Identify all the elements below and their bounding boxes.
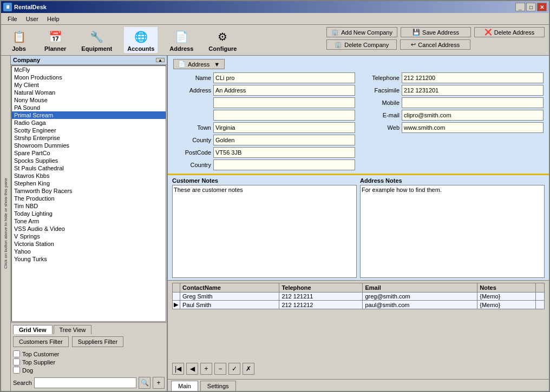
mobile-input[interactable] xyxy=(402,97,544,108)
scroll-up-arrow[interactable]: ▲ xyxy=(156,58,165,62)
list-item[interactable]: Victoria Station xyxy=(12,240,166,248)
country-input[interactable] xyxy=(213,160,355,170)
add-company-button[interactable]: 🏢 Add New Company xyxy=(326,27,397,37)
list-item[interactable]: Tamworth Boy Racers xyxy=(12,187,166,195)
menu-help[interactable]: Help xyxy=(43,15,64,23)
nav-accounts[interactable]: 🌐 Accounts xyxy=(124,27,158,53)
nav-cancel-button[interactable]: ✗ xyxy=(243,363,254,375)
address-notes-textarea[interactable] xyxy=(360,185,545,278)
nav-address[interactable]: 📄 Address xyxy=(166,27,197,53)
address-icon: 📄 xyxy=(173,28,190,45)
list-item[interactable]: V Springs xyxy=(12,232,166,240)
list-item[interactable]: Today Lighting xyxy=(12,210,166,217)
nav-delete-button[interactable]: − xyxy=(214,363,226,375)
address-dropdown-button[interactable]: 📄 Address ▼ xyxy=(173,59,225,69)
nav-planner[interactable]: 📅 Planner xyxy=(41,27,69,53)
list-item[interactable]: VSS Audio & Video xyxy=(12,225,166,232)
maximize-button[interactable]: □ xyxy=(526,3,536,11)
nav-prev-button[interactable]: ◀ xyxy=(186,363,198,375)
web-label: Web xyxy=(362,124,400,131)
facsimile-input[interactable] xyxy=(402,85,544,96)
list-item[interactable]: Strshp Enterprise xyxy=(12,134,166,142)
list-item[interactable]: Tim NBD xyxy=(12,202,166,210)
list-item[interactable]: Spocks Supplies xyxy=(12,157,166,164)
dog-label: Dog xyxy=(22,367,33,374)
list-item[interactable]: Moon Productions xyxy=(12,74,166,81)
town-input[interactable] xyxy=(213,122,355,133)
list-item[interactable]: PA Sound xyxy=(12,104,166,111)
nav-accounts-label: Accounts xyxy=(127,45,154,52)
mobile-label: Mobile xyxy=(362,99,400,106)
list-item[interactable]: Yahoo xyxy=(12,248,166,255)
list-item[interactable]: Nony Mouse xyxy=(12,96,166,104)
postcode-input[interactable] xyxy=(213,147,355,158)
list-item[interactable]: Primal Scream xyxy=(12,111,166,119)
bottom-left-panel: Grid View Tree View Customers Filter Sup… xyxy=(11,322,167,391)
suppliers-filter-button[interactable]: Suppliers Filter xyxy=(72,336,123,347)
nav-jobs[interactable]: 📋 Jobs xyxy=(5,27,32,53)
tab-grid-view[interactable]: Grid View xyxy=(13,325,53,334)
top-customer-checkbox[interactable] xyxy=(13,350,20,357)
customer-notes-textarea[interactable] xyxy=(172,185,357,278)
nav-equipment[interactable]: 🔧 Equipment xyxy=(78,27,115,53)
delete-address-button[interactable]: ❌ Delete Address xyxy=(474,27,545,37)
menu-file[interactable]: File xyxy=(3,15,22,23)
list-item[interactable]: Stephen King xyxy=(12,180,166,187)
cancel-address-button[interactable]: ↩ Cancel Address xyxy=(400,39,470,50)
email-input[interactable] xyxy=(402,110,544,121)
address-line2-input[interactable] xyxy=(213,97,355,108)
contacts-header-row: ContactName Telephone Email Notes xyxy=(173,283,545,293)
save-address-icon: 💾 xyxy=(413,29,420,36)
search-button[interactable]: 🔍 xyxy=(139,377,150,389)
menu-user[interactable]: User xyxy=(22,15,43,23)
table-row[interactable]: Greg Smith 212 121211 greg@smith.com {Me… xyxy=(173,293,545,301)
address-line1-input[interactable] xyxy=(213,85,355,96)
nav-add-button[interactable]: + xyxy=(200,363,212,375)
tab-tree-view[interactable]: Tree View xyxy=(54,325,92,334)
list-item[interactable]: Scotty Engineer xyxy=(12,127,166,134)
list-scroll-arrows[interactable]: ▲ xyxy=(156,58,165,62)
table-row[interactable]: ▶ Paul Smith 212 121212 paul@smith.com {… xyxy=(173,301,545,309)
accounts-icon: 🌐 xyxy=(132,28,149,45)
search-input[interactable] xyxy=(34,377,136,388)
contact-email: greg@smith.com xyxy=(363,293,477,301)
list-item[interactable]: The Production xyxy=(12,195,166,202)
contact-notes: {Memo} xyxy=(477,301,536,309)
notes-section: Customer Notes Address Notes xyxy=(168,175,549,281)
list-item[interactable]: My Client xyxy=(12,81,166,89)
close-button[interactable]: ✕ xyxy=(537,3,547,11)
contact-telephone: 212 121211 xyxy=(279,293,363,301)
collapse-strip[interactable]: Click on button above to hide or show th… xyxy=(1,56,11,391)
list-item[interactable]: St Pauls Cathedral xyxy=(12,164,166,172)
customer-notes-label: Customer Notes xyxy=(172,177,357,184)
customers-filter-button[interactable]: Customers Filter xyxy=(13,336,69,347)
dog-checkbox[interactable] xyxy=(13,367,20,374)
nav-edit-button[interactable]: ✓ xyxy=(228,363,240,375)
town-label: Town xyxy=(173,124,211,131)
save-address-button[interactable]: 💾 Save Address xyxy=(401,27,471,37)
minimize-button[interactable]: _ xyxy=(515,3,525,11)
list-item[interactable]: Natural Woman xyxy=(12,89,166,96)
company-list[interactable]: McFlyMoon ProductionsMy ClientNatural Wo… xyxy=(11,65,166,322)
nav-first-button[interactable]: |◀ xyxy=(172,363,184,375)
delete-company-button[interactable]: 🏢 Delete Company xyxy=(326,39,397,50)
list-item[interactable]: Spare PartCo xyxy=(12,149,166,157)
nav-configure[interactable]: ⚙ Configure xyxy=(205,27,240,53)
customer-notes-box: Customer Notes xyxy=(172,177,357,278)
top-customer-label: Top Customer xyxy=(22,351,59,357)
list-item[interactable]: Stavros Kbbs xyxy=(12,172,166,180)
web-input[interactable] xyxy=(402,122,544,133)
telephone-input[interactable] xyxy=(402,72,544,83)
search-plus-button[interactable]: + xyxy=(153,377,165,389)
list-item[interactable]: Tone Arm xyxy=(12,217,166,225)
list-item[interactable]: Young Turks xyxy=(12,255,166,263)
tab-settings[interactable]: Settings xyxy=(200,381,236,391)
top-supplier-checkbox[interactable] xyxy=(13,358,20,366)
list-item[interactable]: Radio Gaga xyxy=(12,119,166,127)
list-item[interactable]: Showroom Dummies xyxy=(12,142,166,149)
county-input[interactable] xyxy=(213,135,355,145)
list-item[interactable]: McFly xyxy=(12,66,166,74)
name-input[interactable] xyxy=(213,72,355,83)
tab-main[interactable]: Main xyxy=(171,381,198,391)
address-line3-input[interactable] xyxy=(213,110,355,121)
